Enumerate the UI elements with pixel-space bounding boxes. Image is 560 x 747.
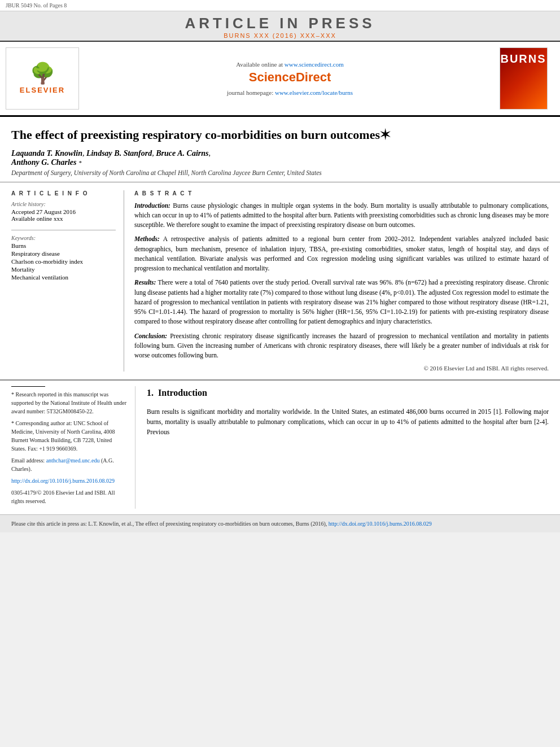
footnote-email: Email address: anthchar@med.unc.edu (A.G… xyxy=(11,456,127,473)
article-title-section: The effect of preexisting respiratory co… xyxy=(0,117,560,182)
journal-homepage: journal homepage: www.elsevier.com/locat… xyxy=(93,89,487,96)
methods-label: Methods: xyxy=(134,235,160,242)
article-title: The effect of preexisting respiratory co… xyxy=(11,127,549,143)
affiliation: Department of Surgery, University of Nor… xyxy=(11,169,549,176)
article-info-label: A R T I C L E I N F O xyxy=(11,190,116,196)
journal-ref: JBUR 5049 No. of Pages 8 xyxy=(6,2,67,8)
keyword-mortality: Mortality xyxy=(11,266,116,273)
abstract-col: A B S T R A C T Introduction: Burns caus… xyxy=(134,190,549,372)
tree-icon: 🌳 xyxy=(30,63,55,84)
abstract-label: A B S T R A C T xyxy=(134,190,549,196)
header-center: Available online at www.sciencedirect.co… xyxy=(85,47,495,110)
keywords-section: Keywords: Burns Respiratory disease Char… xyxy=(11,230,116,281)
header-left: 🌳 ELSEVIER xyxy=(6,47,85,110)
footer-citation-text: Please cite this article in press as: L.… xyxy=(11,521,327,527)
sciencedirect-link[interactable]: www.sciencedirect.com xyxy=(285,61,344,68)
available-online-text: Available online at www.sciencedirect.co… xyxy=(93,61,487,68)
header-area: 🌳 ELSEVIER Available online at www.scien… xyxy=(0,42,560,117)
top-banner: JBUR 5049 No. of Pages 8 xyxy=(0,0,560,11)
abstract-results: Results: There were a total of 7640 pati… xyxy=(134,278,549,326)
footnote-issn: 0305-4179/© 2016 Elsevier Ltd and ISBI. … xyxy=(11,488,127,505)
author-knowlin: Laquanda T. Knowlin xyxy=(11,149,82,158)
footnote-separator xyxy=(11,386,45,387)
doi-link[interactable]: http://dx.doi.org/10.1016/j.burns.2016.0… xyxy=(11,478,115,484)
author-charles: Anthony G. Charles xyxy=(11,158,77,167)
abstract-methods: Methods: A retrospective analysis of pat… xyxy=(134,234,549,273)
article-info-col: A R T I C L E I N F O Article history: A… xyxy=(11,190,124,372)
footer-bar: Please cite this article in press as: L.… xyxy=(0,514,560,532)
elsevier-logo-box: 🌳 ELSEVIER xyxy=(6,47,79,110)
keywords-label: Keywords: xyxy=(11,235,116,241)
keyword-mechanical: Mechanical ventilation xyxy=(11,274,116,281)
direct-part: Direct xyxy=(296,70,331,84)
body-section: * Research reported in this manuscript w… xyxy=(0,381,560,514)
intro-number: 1. xyxy=(147,386,154,400)
results-text: There were a total of 7640 patients over… xyxy=(134,279,549,325)
intro-text: Burns cause physiologic changes in multi… xyxy=(134,202,549,229)
keyword-burns: Burns xyxy=(11,242,116,249)
conclusion-label: Conclusion: xyxy=(134,333,167,339)
elsevier-label: ELSEVIER xyxy=(20,86,65,94)
journal-homepage-link[interactable]: www.elsevier.com/locate/burns xyxy=(275,89,353,96)
abstract-intro: Introduction: Burns cause physiologic ch… xyxy=(134,201,549,230)
article-in-press-title: ARTICLE IN PRESS xyxy=(0,15,560,32)
footnote-star: * Research reported in this manuscript w… xyxy=(11,390,127,416)
methods-text: A retrospective analysis of patients adm… xyxy=(134,235,549,272)
results-label: Results: xyxy=(134,279,156,286)
email-link[interactable]: anthchar@med.unc.edu xyxy=(46,457,100,464)
history-label: Article history: xyxy=(11,201,116,207)
footnote-doi: http://dx.doi.org/10.1016/j.burns.2016.0… xyxy=(11,477,127,485)
sciencedirect-logo: ScienceDirect xyxy=(93,70,487,85)
intro-label: Introduction: xyxy=(134,202,170,209)
available-online: Available online xxx xyxy=(11,215,116,222)
authors-line: Laquanda T. Knowlin, Lindsay B. Stanford… xyxy=(11,149,549,167)
copyright-line: © 2016 Elsevier Ltd and ISBI. All rights… xyxy=(134,365,549,372)
burns-logo: BURNS xyxy=(500,53,546,65)
page-wrapper: JBUR 5049 No. of Pages 8 ARTICLE IN PRES… xyxy=(0,0,560,532)
intro-heading: Introduction xyxy=(158,386,207,400)
article-subtitle: BURNS XXX (2016) XXX–XXX xyxy=(0,32,560,39)
keyword-charlson: Charlson co-morbidity index xyxy=(11,258,116,265)
science-part: Science xyxy=(249,70,296,84)
author-stanford: Lindsay B. Stanford xyxy=(86,149,152,158)
intro-paragraph: Burn results is significant morbidity an… xyxy=(147,407,549,437)
header-right: BURNS xyxy=(495,47,552,110)
corresponding-star: * xyxy=(78,159,82,166)
title-star: ✶ xyxy=(380,128,390,142)
burns-cover: BURNS xyxy=(500,47,548,110)
conclusion-text: Preexisting chronic respiratory disease … xyxy=(134,333,549,359)
introduction-col: 1. Introduction Burn results is signific… xyxy=(147,386,549,509)
footer-doi-link[interactable]: http://dx.doi.org/10.1016/j.burns.2016.0… xyxy=(329,521,432,527)
author-cairns: Bruce A. Cairns xyxy=(156,149,208,158)
accepted-date: Accepted 27 August 2016 xyxy=(11,208,116,215)
footnotes-col: * Research reported in this manuscript w… xyxy=(11,386,135,509)
footnote-corresponding: * Corresponding author at: UNC School of… xyxy=(11,419,127,453)
article-in-press-bar: ARTICLE IN PRESS BURNS XXX (2016) XXX–XX… xyxy=(0,11,560,42)
keyword-respiratory: Respiratory disease xyxy=(11,250,116,257)
two-col-section: A R T I C L E I N F O Article history: A… xyxy=(0,182,560,381)
abstract-conclusion: Conclusion: Preexisting chronic respirat… xyxy=(134,331,549,361)
article-history: Article history: Accepted 27 August 2016… xyxy=(11,201,116,222)
